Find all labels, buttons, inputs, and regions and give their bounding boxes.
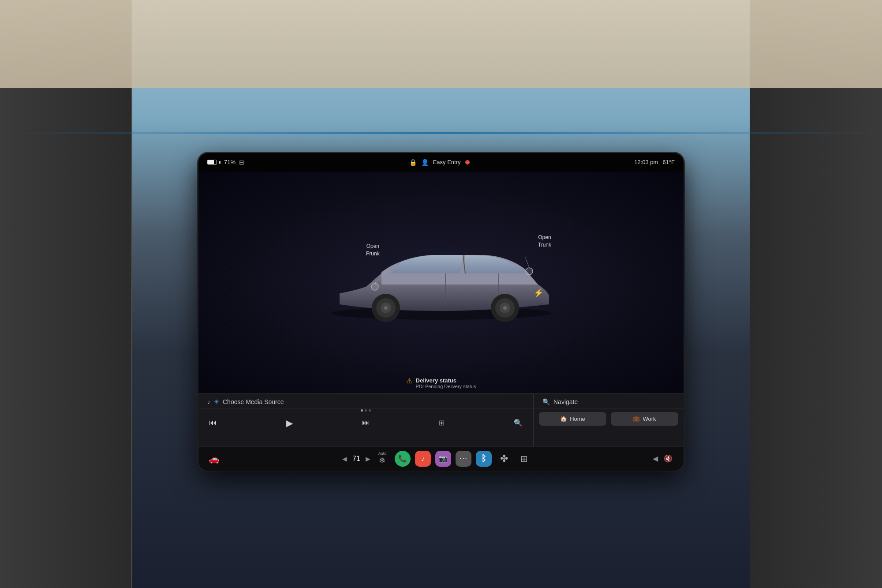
taskbar: 🚗 ◀ 71 ▶ Auto ❄ 📞 ♪: [198, 446, 684, 471]
dot-2: [365, 409, 367, 412]
svg-text:T: T: [441, 255, 445, 262]
fan-icon: ✤: [500, 453, 508, 464]
battery-percentage: 71%: [224, 159, 235, 165]
media-header: ♪ ✳ Choose Media Source: [198, 394, 533, 408]
battery-body: [207, 160, 217, 165]
car-status-icon[interactable]: 🚗: [206, 450, 222, 467]
search-icon: 🔍: [542, 398, 550, 405]
phone-button[interactable]: 📞: [394, 450, 411, 467]
home-button[interactable]: 🏠 Home: [539, 412, 606, 426]
svg-line-17: [525, 256, 529, 268]
warning-icon: ⚠: [406, 377, 412, 385]
car-display-area: T ⚡ Open Frunk: [198, 172, 684, 393]
camera-icon: 📷: [435, 451, 451, 467]
tesla-car-visual: T ⚡ Open Frunk: [313, 229, 569, 335]
car-visual: T ⚡ Open Frunk: [198, 172, 684, 393]
car-icon: 🚗: [209, 453, 220, 464]
bluetooth-icon: ᛒ: [476, 451, 492, 467]
svg-point-11: [503, 306, 507, 310]
battery-icon: [207, 160, 220, 165]
record-dot: [465, 160, 470, 165]
settings-icon: ⊞: [520, 453, 528, 464]
tesla-screen: 71% ⊟ 🔒 👤 Easy Entry 12:03 pm 61°F: [198, 153, 684, 471]
ceiling-panel: [0, 0, 882, 88]
eq-button[interactable]: ⊞: [435, 417, 448, 429]
dot-3: [369, 409, 371, 412]
search-media-icon: 🔍: [514, 419, 523, 427]
status-center: 🔒 👤 Easy Entry: [409, 159, 470, 166]
nav-section: 🔍 Navigate 🏠 Home 💼 Work: [534, 394, 684, 446]
bluetooth-star-icon: ✳: [214, 398, 219, 405]
open-frunk-label[interactable]: Open Frunk: [366, 243, 380, 258]
work-button[interactable]: 💼 Work: [611, 412, 678, 426]
delivery-text: Delivery status PDI Pending Delivery sta…: [416, 377, 476, 389]
taskbar-right: ◀ 🔇: [653, 450, 676, 467]
volume-button[interactable]: 🔇: [660, 450, 676, 467]
work-icon: 💼: [633, 416, 640, 422]
fan-button[interactable]: ✤: [496, 450, 512, 467]
music-note-icon: ♪: [207, 398, 210, 405]
bluetooth-button[interactable]: ᛒ: [475, 450, 492, 467]
music-button[interactable]: ♪: [415, 450, 431, 467]
dot-indicators: [198, 408, 533, 412]
more-dots-icon: ···: [456, 451, 471, 467]
car-svg: T ⚡: [313, 229, 569, 335]
lock-icon: 🔒: [409, 159, 417, 166]
work-label: Work: [643, 416, 656, 422]
temperature-value: 71: [351, 455, 362, 463]
svg-point-16: [526, 268, 533, 275]
open-trunk-label[interactable]: Open Trunk: [538, 234, 551, 249]
person-icon: 👤: [421, 159, 429, 166]
auto-label: Auto: [378, 452, 387, 456]
time-display: 12:03 pm: [634, 159, 658, 165]
phone-icon: 📞: [395, 451, 411, 467]
prev-icon: ⏮: [209, 418, 217, 427]
temperature-display: 61°F: [662, 159, 675, 165]
svg-point-14: [371, 283, 378, 290]
taskbar-center: ◀ 71 ▶ Auto ❄ 📞 ♪ 📷: [342, 450, 533, 467]
delivery-subtitle: PDI Pending Delivery status: [416, 384, 476, 389]
more-apps-button[interactable]: ···: [455, 450, 472, 467]
screen-content: 71% ⊟ 🔒 👤 Easy Entry 12:03 pm 61°F: [198, 153, 684, 471]
nav-destination-buttons: 🏠 Home 💼 Work: [534, 408, 684, 429]
navigate-label[interactable]: Navigate: [553, 398, 578, 405]
settings-button[interactable]: ⊞: [516, 450, 533, 467]
temp-increase-button[interactable]: ▶: [366, 455, 370, 462]
temp-decrease-button[interactable]: ◀: [342, 455, 347, 462]
next-button[interactable]: ⏭: [359, 416, 374, 429]
auto-hvac-button[interactable]: Auto ❄: [374, 450, 391, 467]
music-icon: ♪: [415, 451, 431, 467]
media-section: ♪ ✳ Choose Media Source ⏮ ▶: [198, 394, 534, 446]
blue-stripe: [0, 132, 882, 134]
hvac-icon: ❄: [379, 456, 385, 465]
bottom-panel: ♪ ✳ Choose Media Source ⏮ ▶: [198, 393, 684, 446]
easy-entry-label: Easy Entry: [433, 159, 461, 165]
battery-tip: [219, 161, 220, 164]
prev-button[interactable]: ⏮: [206, 416, 220, 429]
search-media-button[interactable]: 🔍: [510, 417, 526, 429]
play-icon: ▶: [286, 418, 293, 428]
dot-1: [361, 409, 363, 412]
delivery-title: Delivery status: [416, 377, 476, 384]
next-icon: ⏭: [362, 418, 370, 427]
volume-mute-icon: 🔇: [664, 454, 673, 463]
camera-button[interactable]: 📷: [435, 450, 452, 467]
status-left: 71% ⊟: [207, 159, 244, 166]
media-source-label[interactable]: Choose Media Source: [223, 398, 284, 405]
svg-point-7: [384, 306, 388, 310]
home-icon: 🏠: [560, 416, 567, 422]
delivery-status: ⚠ Delivery status PDI Pending Delivery s…: [406, 377, 476, 389]
home-label: Home: [570, 416, 585, 422]
status-right: 12:03 pm 61°F: [634, 159, 675, 165]
left-arrow-icon[interactable]: ◀: [653, 454, 658, 463]
nav-header: 🔍 Navigate: [534, 394, 684, 408]
play-button[interactable]: ▶: [283, 416, 296, 430]
media-controls: ⏮ ▶ ⏭ ⊞ 🔍: [198, 412, 533, 434]
equalizer-icon: ⊞: [439, 419, 445, 427]
taskbar-left: 🚗: [206, 450, 222, 467]
display-icon: ⊟: [239, 159, 244, 166]
status-bar: 71% ⊟ 🔒 👤 Easy Entry 12:03 pm 61°F: [198, 153, 684, 172]
svg-text:⚡: ⚡: [534, 288, 544, 298]
